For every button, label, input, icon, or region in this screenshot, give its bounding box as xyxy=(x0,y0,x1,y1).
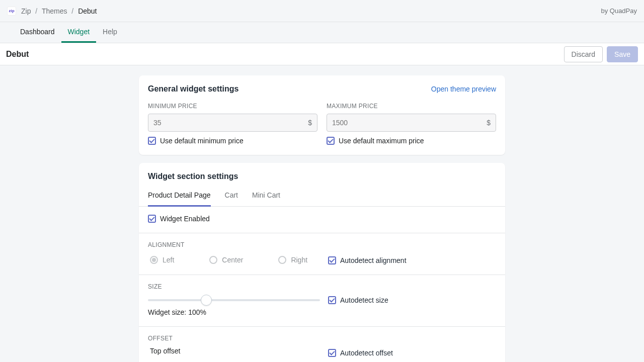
top-offset-label: Top offset xyxy=(148,347,320,355)
size-block: Size Widget size: 100% Autodetect size xyxy=(139,275,505,327)
autodetect-size-checkbox[interactable] xyxy=(328,296,336,304)
tab-widget[interactable]: Widget xyxy=(61,22,97,43)
card-general-settings: General widget settings Open theme previ… xyxy=(139,75,505,155)
alignment-radio-group: Left Center Right xyxy=(148,256,328,264)
widget-enabled-checkbox[interactable] xyxy=(148,215,156,223)
discard-button[interactable]: Discard xyxy=(564,46,603,62)
offset-heading: Offset xyxy=(148,335,496,342)
currency-suffix: $ xyxy=(487,119,491,127)
autodetect-offset-label: Autodetect offset xyxy=(340,349,393,357)
alignment-heading: Alignment xyxy=(148,241,496,248)
use-default-min-checkbox[interactable] xyxy=(148,137,156,145)
brand-logo: zip xyxy=(7,7,16,16)
use-default-min-label: Use default minimum price xyxy=(160,137,244,145)
autodetect-alignment-label: Autodetect alignment xyxy=(340,256,407,264)
size-heading: Size xyxy=(148,283,496,290)
breadcrumb-zip[interactable]: Zip xyxy=(21,7,31,15)
use-default-max-label: Use default maximum price xyxy=(339,137,424,145)
tab-mini-cart[interactable]: Mini Cart xyxy=(252,186,280,207)
alignment-left-radio[interactable] xyxy=(150,256,158,264)
alignment-right-radio[interactable] xyxy=(278,256,286,264)
minimum-price-input[interactable] xyxy=(153,119,308,127)
maximum-price-label: Maximum price xyxy=(327,103,496,110)
byline: by QuadPay xyxy=(601,7,637,15)
breadcrumb-themes[interactable]: Themes xyxy=(42,7,67,15)
titlebar: Debut Discard Save xyxy=(0,43,644,65)
autodetect-offset-checkbox[interactable] xyxy=(328,349,336,357)
autodetect-alignment-checkbox[interactable] xyxy=(328,256,336,264)
size-caption: Widget size: 100% xyxy=(148,308,320,316)
tab-dashboard[interactable]: Dashboard xyxy=(20,22,61,43)
size-slider-thumb[interactable] xyxy=(201,295,212,306)
maximum-price-field[interactable]: $ xyxy=(327,114,496,132)
tab-cart[interactable]: Cart xyxy=(225,186,238,207)
autodetect-size-label: Autodetect size xyxy=(340,296,388,304)
save-button[interactable]: Save xyxy=(607,46,638,62)
section-tabs: Product Detail Page Cart Mini Cart xyxy=(139,186,505,207)
tab-help[interactable]: Help xyxy=(96,22,124,43)
size-slider[interactable] xyxy=(148,299,320,301)
breadcrumb-separator: / xyxy=(35,7,37,15)
topbar: zip Zip / Themes / Debut by QuadPay xyxy=(0,0,644,22)
widget-enabled-label: Widget Enabled xyxy=(160,215,210,223)
alignment-center-radio[interactable] xyxy=(209,256,217,264)
alignment-block: Alignment Left Center Right xyxy=(139,233,505,275)
section-heading: Widget section settings xyxy=(148,172,496,181)
open-theme-preview-link[interactable]: Open theme preview xyxy=(431,85,496,93)
currency-suffix: $ xyxy=(308,119,312,127)
widget-enabled-block: Widget Enabled xyxy=(139,207,505,233)
tab-product-detail-page[interactable]: Product Detail Page xyxy=(148,186,211,207)
minimum-price-field[interactable]: $ xyxy=(148,114,317,132)
card-section-settings: Widget section settings Product Detail P… xyxy=(139,163,505,362)
page-title: Debut xyxy=(6,50,29,59)
alignment-left-label: Left xyxy=(163,256,174,264)
offset-block: Offset Top offset Autodetect offset xyxy=(139,327,505,362)
alignment-right-label: Right xyxy=(291,256,307,264)
breadcrumb: Zip / Themes / Debut xyxy=(21,7,97,15)
use-default-max-checkbox[interactable] xyxy=(327,137,335,145)
breadcrumb-current: Debut xyxy=(78,7,97,15)
nav-tabs: Dashboard Widget Help xyxy=(0,22,644,43)
breadcrumb-separator: / xyxy=(71,7,73,15)
alignment-center-label: Center xyxy=(222,256,243,264)
general-heading: General widget settings xyxy=(148,84,238,94)
minimum-price-label: Minimum price xyxy=(148,103,317,110)
maximum-price-input[interactable] xyxy=(332,119,487,127)
